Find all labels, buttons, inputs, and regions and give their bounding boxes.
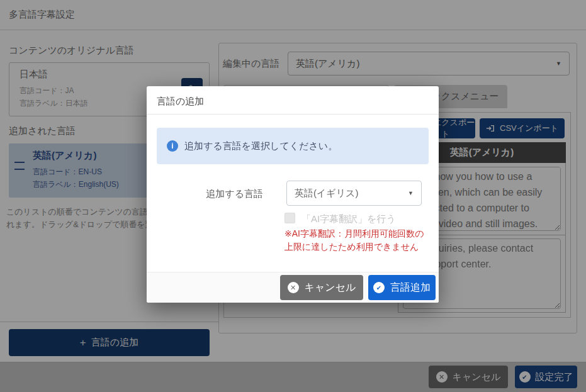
add-language-field-label: 追加する言語 [178,188,263,200]
add-language-select[interactable]: 英語(イギリス) ▼ [286,181,422,206]
modal-header-divider [147,114,439,115]
modal-cancel-label: キャンセル [305,281,356,294]
check-circle-icon: ✔ [373,282,385,293]
ai-translate-warning: ※AI字幕翻訳：月間利用可能回数の上限に達したため利用できません [285,227,431,254]
modal-cancel-button[interactable]: ✕ キャンセル [280,275,363,300]
modal-add-language-button[interactable]: ✔ 言語追加 [368,275,436,300]
modal-title: 言語の追加 [157,96,204,108]
modal-info-banner: i 追加する言語を選択してください。 [157,128,429,164]
x-circle-icon: ✕ [288,282,299,293]
add-language-modal: 言語の追加 i 追加する言語を選択してください。 追加する言語 英語(イギリス)… [147,86,439,303]
ai-translate-checkbox[interactable] [285,213,295,223]
chevron-down-icon: ▼ [408,190,414,196]
add-language-select-value: 英語(イギリス) [295,188,358,199]
modal-info-text: 追加する言語を選択してください。 [184,140,337,152]
multilingual-subtitle-settings-page: 多言語字幕設定 コンテンツのオリジナル言語 日本語 言語コード：JA 言語ラベル… [0,0,586,392]
modal-add-language-label: 言語追加 [390,281,431,294]
info-icon: i [167,140,178,152]
ai-translate-checkbox-label: 「AI字幕翻訳」を行う [301,213,396,225]
